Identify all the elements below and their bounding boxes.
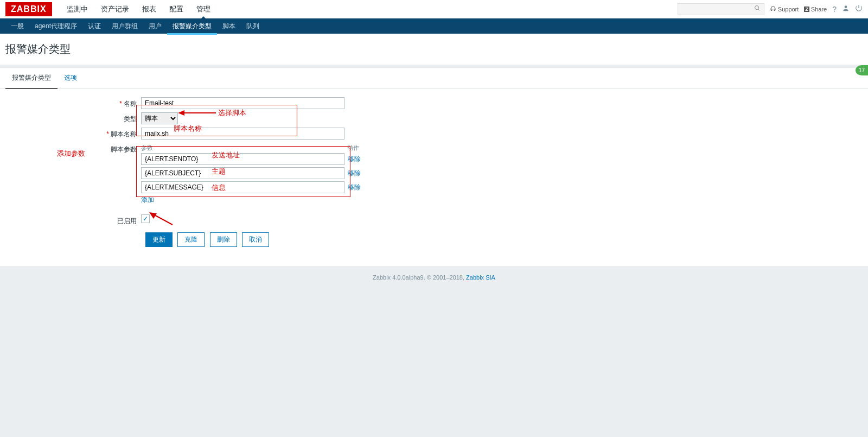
float-badge[interactable]: 17 [856,65,868,75]
nav-reports[interactable]: 报表 [136,0,163,19]
help-icon[interactable]: ? [832,5,837,14]
label-name: *名称 [5,97,141,109]
svg-point-2 [845,5,847,8]
param-row: 移除 [141,167,363,179]
button-row: 更新 克隆 删除 取消 [5,232,863,247]
footer-text: Zabbix 4.0.0alpha9. © 2001–2018, [373,274,466,281]
params-head: 参数 动作 [141,143,363,153]
tab-mediatype[interactable]: 报警媒介类型 [5,68,58,89]
add-param-link[interactable]: 添加 [141,196,154,204]
topbar: ZABBIX 监测中 资产记录 报表 配置 管理 Support Z Share… [0,0,868,18]
nav-inventory[interactable]: 资产记录 [94,0,136,19]
logo[interactable]: ZABBIX [5,2,52,16]
top-right: Support Z Share ? [678,3,863,15]
power-icon[interactable] [855,4,863,14]
share-link[interactable]: Z Share [804,6,827,12]
scriptname-input[interactable] [141,128,344,140]
enabled-checkbox-wrap: ✓ [141,214,150,223]
cancel-button[interactable]: 取消 [242,232,269,247]
update-button[interactable]: 更新 [145,232,173,247]
search-icon [754,5,761,13]
remove-link-1[interactable]: 移除 [348,169,361,178]
subnav: 一般 agent代理程序 认证 用户群组 用户 报警媒介类型 脚本 队列 [0,18,868,34]
nav-admin[interactable]: 管理 [190,0,217,19]
main-nav: 监测中 资产记录 报表 配置 管理 [60,0,217,19]
subnav-usergroups[interactable]: 用户群组 [106,18,143,35]
param-input-2[interactable] [141,181,344,193]
user-icon[interactable] [842,4,850,14]
search-input[interactable] [678,3,764,15]
param-input-0[interactable] [141,153,344,165]
content: 报警媒介类型 选项 选择脚本 脚本名称 添加参数 发送地址 主题 信息 *名称 … [0,68,868,266]
subnav-scripts[interactable]: 脚本 [217,18,241,35]
clone-button[interactable]: 克隆 [177,232,205,247]
footer: Zabbix 4.0.0alpha9. © 2001–2018, Zabbix … [0,266,868,289]
form-area: 选择脚本 脚本名称 添加参数 发送地址 主题 信息 *名称 类型 脚本 *脚本名… [0,89,868,255]
z-icon: Z [804,7,809,12]
param-row: 移除 [141,153,363,165]
type-select[interactable]: 脚本 [141,112,178,124]
support-link[interactable]: Support [770,5,799,13]
nav-config[interactable]: 配置 [163,0,190,19]
row-enabled: 已启用 ✓ [5,214,863,226]
subnav-mediatypes[interactable]: 报警媒介类型 [167,18,217,35]
params-head-param: 参数 [141,144,347,152]
param-input-1[interactable] [141,167,344,179]
row-params: 脚本参数 参数 动作 移除 移除 移除 [5,143,863,205]
svg-line-1 [758,9,760,11]
page-title: 报警媒介类型 [0,34,868,65]
remove-link-2[interactable]: 移除 [348,183,361,192]
subnav-users[interactable]: 用户 [143,18,167,35]
params-table: 参数 动作 移除 移除 移除 添加 [141,143,363,205]
label-enabled: 已启用 [5,214,141,226]
remove-link-0[interactable]: 移除 [348,155,361,164]
headset-icon [770,5,776,13]
subnav-queue[interactable]: 队列 [241,18,265,35]
svg-point-0 [755,6,758,10]
share-label: Share [811,6,827,12]
add-param-row: 添加 [141,195,363,205]
nav-monitoring[interactable]: 监测中 [60,0,94,19]
row-name: *名称 [5,97,863,109]
label-params: 脚本参数 [5,143,141,154]
subnav-auth[interactable]: 认证 [82,18,106,35]
label-scriptname: *脚本名称 [5,128,141,139]
tab-options[interactable]: 选项 [58,68,84,88]
footer-link[interactable]: Zabbix SIA [466,274,495,281]
delete-button[interactable]: 删除 [210,232,237,247]
tabs: 报警媒介类型 选项 [0,68,868,89]
params-head-action: 动作 [347,144,363,152]
subnav-general[interactable]: 一般 [5,18,29,35]
support-label: Support [778,6,799,12]
enabled-checkbox[interactable]: ✓ [141,214,150,223]
param-row: 移除 [141,181,363,193]
label-type: 类型 [5,112,141,124]
row-scriptname: *脚本名称 [5,128,863,140]
name-input[interactable] [141,97,344,109]
subnav-proxies[interactable]: agent代理程序 [29,18,82,35]
row-type: 类型 脚本 [5,112,863,124]
